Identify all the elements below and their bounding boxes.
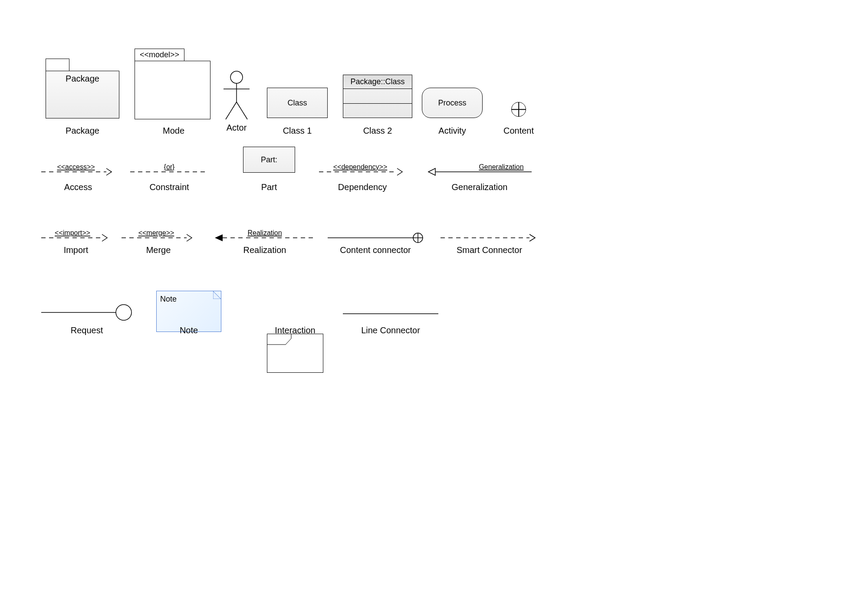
package-tab (46, 59, 69, 71)
package-label: Package (46, 74, 119, 84)
class1-caption: Class 1 (267, 126, 328, 136)
mode-tab: <<model>> (135, 49, 184, 61)
activity-caption: Activity (422, 126, 483, 136)
class1-label: Class (287, 99, 307, 108)
access-caption: Access (41, 182, 115, 192)
svg-marker-13 (215, 234, 223, 241)
part-label: Part: (261, 155, 277, 164)
class2-caption: Class 2 (343, 126, 412, 136)
svg-line-4 (237, 102, 247, 119)
package-caption: Package (48, 126, 117, 136)
request-connector (41, 304, 132, 323)
interaction-shape (267, 334, 323, 373)
generalization-caption: Generalization (427, 182, 532, 192)
actor-caption: Actor (217, 123, 256, 133)
constraint-caption: Constraint (130, 182, 208, 192)
svg-marker-9 (428, 168, 435, 175)
mode-body (135, 61, 210, 119)
dependency-caption: Dependency (319, 182, 406, 192)
merge-caption: Merge (122, 245, 195, 255)
constraint-label: {or} (164, 163, 175, 171)
import-connector: <<import>> (41, 230, 111, 245)
mode-caption: Mode (139, 126, 208, 136)
package-body: Package (46, 71, 119, 118)
generalization-label: Generalization (479, 163, 523, 171)
content-connector (328, 230, 423, 245)
access-label: <<access>> (57, 163, 95, 171)
svg-point-0 (230, 71, 243, 83)
class2-head: Package::Class (343, 75, 412, 89)
content-caption: Content (497, 126, 540, 136)
import-caption: Import (41, 245, 111, 255)
dependency-connector: <<dependency>> (319, 164, 406, 179)
svg-line-3 (226, 102, 237, 119)
smart-connector-caption: Smart Connector (441, 245, 538, 255)
content-connector-caption: Content connector (328, 245, 423, 255)
svg-point-20 (116, 305, 132, 320)
part-shape: Part: (243, 147, 295, 173)
class2-bot (343, 104, 412, 118)
activity-label: Process (438, 99, 466, 108)
activity-shape: Process (422, 88, 483, 118)
actor-shape (217, 69, 256, 124)
class2-shape: Package::Class (343, 75, 412, 118)
actor-icon (217, 69, 256, 122)
note-label: Note (160, 295, 177, 303)
content-shape (511, 102, 526, 117)
realization-connector: Realization (215, 230, 315, 245)
part-caption: Part (243, 182, 295, 192)
merge-connector: <<merge>> (122, 230, 195, 245)
note-fold-icon (213, 291, 221, 299)
dependency-label: <<dependency>> (333, 163, 388, 171)
realization-caption: Realization (215, 245, 315, 255)
access-connector: <<access>> (41, 164, 115, 179)
generalization-connector: Generalization (427, 164, 532, 179)
import-label: <<import>> (55, 229, 90, 237)
line-connector-caption: Line Connector (343, 325, 438, 335)
uml-legend-canvas: Package Package <<model>> Mode Actor Cla… (0, 0, 868, 611)
note-caption: Note (156, 325, 221, 335)
class2-mid (343, 89, 412, 104)
merge-label: <<merge>> (138, 229, 174, 237)
line-connector (343, 309, 438, 318)
interaction-tab-icon (267, 334, 324, 373)
interaction-caption: Interaction (267, 325, 323, 335)
mode-stereo: <<model>> (140, 50, 179, 59)
realization-label: Realization (247, 229, 282, 237)
constraint-connector: {or} (130, 164, 208, 179)
request-caption: Request (41, 325, 132, 335)
class1-shape: Class (267, 88, 328, 118)
smart-connector (441, 230, 538, 245)
